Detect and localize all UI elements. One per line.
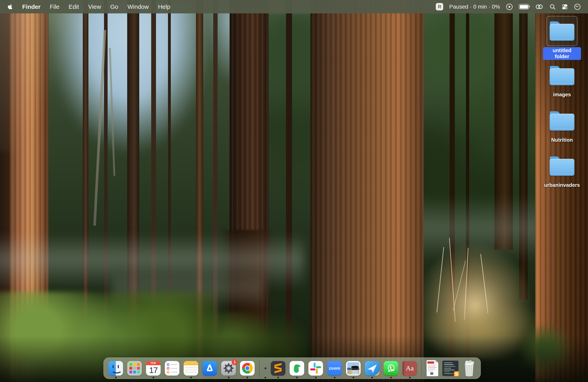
battery-icon	[519, 4, 529, 9]
chrome-icon	[240, 361, 255, 376]
folder-label: Nutrition	[551, 137, 573, 143]
dock-launchpad[interactable]	[127, 361, 142, 376]
dock-zoom[interactable]: zoom	[327, 361, 342, 376]
dock-calendar[interactable]: FEB 17	[146, 361, 161, 376]
clock-menu-button[interactable]	[574, 3, 581, 10]
link-icon	[535, 4, 544, 10]
dock-dictionary[interactable]: Aa	[402, 361, 417, 376]
calendar-month: FEB	[146, 361, 161, 365]
folder-selection-box	[546, 16, 577, 46]
control-center-icon	[562, 4, 568, 10]
whatsapp-icon	[384, 361, 398, 376]
apple-icon	[8, 3, 13, 10]
clock-icon	[574, 3, 581, 10]
play-circle-icon	[506, 3, 513, 10]
finder-icon	[108, 361, 123, 376]
battery-status[interactable]	[519, 4, 529, 9]
menu-item-view[interactable]: View	[88, 3, 101, 10]
dock: FEB 17 1	[104, 357, 481, 379]
reminders-icon	[165, 361, 179, 376]
dock-trash[interactable]	[462, 360, 476, 377]
dock-evernote[interactable]	[290, 361, 304, 376]
desktop-folder-untitled[interactable]: untitled folder	[543, 16, 581, 60]
dock-code-document[interactable]	[442, 361, 458, 376]
desktop-folder-images[interactable]: images	[543, 60, 581, 98]
bookmark-ribbon	[406, 374, 408, 376]
sublime-badge-icon	[454, 371, 459, 377]
notification-badge: 1	[232, 359, 238, 365]
dock-reminders[interactable]	[165, 361, 179, 376]
calendar-icon: FEB 17	[146, 361, 161, 376]
dock-notes[interactable]	[184, 361, 198, 376]
dock-slack[interactable]	[308, 361, 323, 376]
dictionary-icon: Aa	[402, 361, 417, 376]
desktop-screen: Finder File Edit View Go Window Help R P…	[0, 0, 588, 382]
zoom-icon: zoom	[327, 361, 342, 376]
folder-icon	[550, 21, 574, 41]
menu-bar-left: Finder File Edit View Go Window Help	[0, 3, 170, 10]
link-status[interactable]	[535, 4, 544, 10]
menu-bar: Finder File Edit View Go Window Help R P…	[0, 0, 588, 13]
mini-item-icon	[265, 367, 266, 369]
menu-item-help[interactable]: Help	[158, 3, 170, 10]
apple-menu[interactable]	[8, 3, 13, 10]
dock-finder[interactable]	[108, 361, 123, 376]
play-button[interactable]	[506, 3, 513, 10]
menu-item-file[interactable]: File	[50, 3, 59, 10]
dock-system-settings[interactable]: 1	[221, 361, 236, 376]
app-store-icon	[202, 361, 217, 376]
desktop-folder-nutrition[interactable]: Nutrition	[543, 106, 581, 143]
dock-spark[interactable]	[365, 361, 379, 376]
spotlight-button[interactable]	[550, 4, 556, 10]
menu-bar-status: R Paused · 0 min · 0%	[436, 3, 588, 10]
slack-icon	[308, 361, 323, 376]
recorder-status-text[interactable]: Paused · 0 min · 0%	[449, 4, 500, 10]
desktop-folder-urbaninvaders[interactable]: urbaninvaders	[543, 151, 581, 188]
evernote-icon	[290, 361, 304, 376]
folder-icon	[550, 111, 574, 131]
trash-full-icon	[462, 360, 476, 377]
tree-trunk-central	[310, 0, 424, 382]
sublime-text-icon	[271, 361, 285, 376]
menu-item-go[interactable]: Go	[110, 3, 118, 10]
dock-pdf-document[interactable]	[427, 360, 438, 376]
dock-sublime-text[interactable]	[271, 361, 285, 376]
folder-label: untitled folder	[543, 47, 581, 60]
menu-item-edit[interactable]: Edit	[69, 3, 79, 10]
light-ray	[0, 0, 172, 152]
dock-chrome[interactable]	[240, 361, 255, 376]
dock-mini-item[interactable]	[264, 361, 267, 376]
search-icon	[550, 4, 556, 10]
calendar-day: 17	[146, 365, 161, 376]
preview-icon	[346, 361, 361, 376]
dock-preview[interactable]	[346, 361, 361, 376]
folder-icon	[550, 156, 574, 176]
folder-label: urbaninvaders	[544, 182, 580, 188]
dock-separator	[421, 360, 422, 377]
dock-app-store[interactable]	[202, 361, 217, 376]
control-center-button[interactable]	[562, 4, 568, 10]
notes-icon	[184, 361, 198, 376]
launchpad-icon	[127, 361, 142, 376]
folder-label: images	[553, 92, 571, 98]
wallpaper-forest	[0, 0, 588, 382]
folder-icon	[550, 66, 574, 85]
dock-whatsapp[interactable]	[384, 361, 398, 376]
recorder-app-icon[interactable]: R	[436, 3, 443, 10]
dock-separator	[259, 360, 260, 377]
spark-mail-icon	[365, 361, 379, 376]
menu-item-finder[interactable]: Finder	[22, 3, 41, 10]
menu-item-window[interactable]: Window	[127, 3, 149, 10]
